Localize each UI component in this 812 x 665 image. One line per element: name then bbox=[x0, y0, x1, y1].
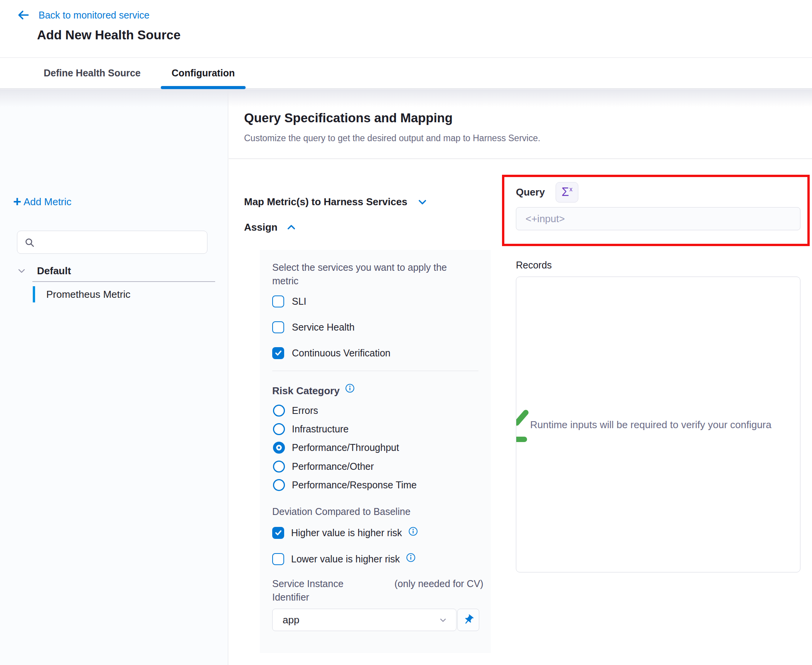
back-link-label: Back to monitored service bbox=[39, 10, 150, 21]
radio-unselected-icon bbox=[273, 461, 285, 473]
pushpin-icon bbox=[460, 612, 476, 628]
group-divider bbox=[32, 281, 215, 282]
radio-unselected-icon bbox=[273, 405, 285, 417]
back-link[interactable]: Back to monitored service bbox=[17, 8, 150, 22]
chevron-down-icon bbox=[438, 615, 448, 624]
checkbox-higher-value-higher-risk[interactable]: Higher value is higher risk bbox=[272, 524, 418, 541]
search-icon bbox=[24, 237, 35, 248]
radio-performance-response-time[interactable]: Performance/Response Time bbox=[273, 478, 417, 491]
arrow-left-icon bbox=[17, 8, 30, 22]
metric-search-box[interactable] bbox=[17, 231, 207, 254]
check-success-icon bbox=[516, 411, 532, 444]
assign-section-toggle[interactable]: Assign bbox=[244, 219, 296, 235]
checkbox-checked-icon bbox=[272, 347, 284, 359]
pin-runtime-input-button[interactable] bbox=[457, 609, 479, 631]
query-input[interactable]: <+input> bbox=[516, 207, 800, 230]
radio-errors[interactable]: Errors bbox=[273, 404, 318, 417]
add-health-source-page: Back to monitored service Add New Health… bbox=[0, 0, 812, 665]
chevron-down-icon bbox=[17, 266, 26, 275]
info-icon[interactable] bbox=[345, 383, 355, 397]
checkbox-continuous-verification[interactable]: Continuous Verification bbox=[272, 344, 391, 361]
expression-builder-button[interactable]: Σ x bbox=[556, 182, 578, 203]
checkbox-unchecked-icon bbox=[272, 295, 284, 307]
chevron-down-icon bbox=[417, 197, 428, 207]
add-metric-button[interactable]: + Add Metric bbox=[13, 195, 71, 209]
records-label: Records bbox=[516, 260, 552, 271]
services-prompt: Select the services you want to apply th… bbox=[272, 261, 473, 288]
checkbox-lower-value-higher-risk[interactable]: Lower value is higher risk bbox=[272, 550, 416, 567]
service-instance-note: (only needed for CV) bbox=[394, 577, 499, 591]
radio-performance-other[interactable]: Performance/Other bbox=[273, 460, 374, 473]
page-title: Add New Health Source bbox=[37, 28, 180, 42]
checkbox-unchecked-icon bbox=[272, 321, 284, 333]
plus-icon: + bbox=[13, 195, 21, 209]
metric-group-default[interactable]: Default bbox=[17, 263, 71, 279]
checkbox-unchecked-icon bbox=[272, 553, 284, 565]
active-tab-underline bbox=[161, 86, 246, 89]
metrics-sidebar: + Add Metric Default Prometheus Metric bbox=[0, 89, 228, 665]
service-instance-dropdown[interactable]: app bbox=[272, 609, 457, 631]
checkbox-sli[interactable]: SLI bbox=[272, 293, 307, 310]
service-instance-value: app bbox=[283, 614, 438, 626]
radio-performance-throughput[interactable]: Performance/Throughput bbox=[273, 441, 399, 454]
radio-unselected-icon bbox=[273, 479, 285, 491]
checkbox-checked-icon bbox=[272, 527, 284, 539]
section-subheading: Customize the query to get the desired o… bbox=[244, 133, 540, 143]
sidebar-item-prometheus-metric[interactable]: Prometheus Metric bbox=[33, 286, 130, 302]
configuration-content: Query Specifications and Mapping Customi… bbox=[229, 89, 812, 665]
service-instance-label: Service Instance Identifier bbox=[272, 577, 369, 604]
risk-category-header: Risk Category bbox=[272, 385, 355, 397]
tab-configuration[interactable]: Configuration bbox=[165, 58, 242, 88]
selected-metric-indicator bbox=[33, 286, 35, 302]
radio-infrastructure[interactable]: Infrastructure bbox=[273, 422, 349, 435]
query-header: Query Σ x bbox=[516, 182, 578, 203]
info-icon[interactable] bbox=[408, 527, 418, 538]
assign-panel: Select the services you want to apply th… bbox=[260, 250, 491, 653]
metric-group-label: Default bbox=[37, 265, 71, 277]
heading-divider bbox=[229, 159, 812, 159]
panel-divider bbox=[272, 371, 478, 371]
query-label: Query bbox=[516, 186, 545, 198]
checkbox-service-health[interactable]: Service Health bbox=[272, 319, 355, 336]
section-heading: Query Specifications and Mapping bbox=[244, 111, 453, 125]
radio-unselected-icon bbox=[273, 423, 285, 435]
tab-bar: Define Health Source Configuration bbox=[0, 57, 812, 89]
metric-search-input[interactable] bbox=[40, 237, 200, 248]
runtime-inputs-message: Runtime inputs will be required to verif… bbox=[530, 419, 772, 431]
radio-selected-icon bbox=[273, 442, 285, 454]
tab-define-health-source[interactable]: Define Health Source bbox=[37, 58, 147, 88]
info-icon[interactable] bbox=[406, 553, 416, 564]
records-box: Runtime inputs will be required to verif… bbox=[516, 277, 800, 572]
deviation-header: Deviation Compared to Baseline bbox=[272, 506, 411, 517]
sigma-icon: Σ bbox=[562, 185, 569, 199]
map-metrics-section-toggle[interactable]: Map Metric(s) to Harness Services bbox=[244, 194, 428, 209]
chevron-up-icon bbox=[286, 222, 296, 233]
